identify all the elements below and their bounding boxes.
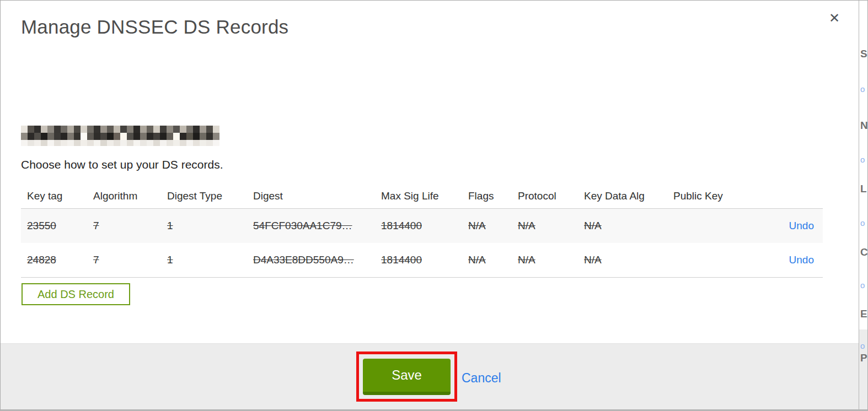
cell-algorithm: 7 [87, 254, 161, 266]
ds-records-table: Key tagAlgorithmDigest TypeDigestMax Sig… [21, 184, 823, 278]
column-header-public-key: Public Key [667, 190, 750, 202]
table-row: 2482871D4A33E8DD550A9…1814400N/AN/AN/AUn… [21, 243, 823, 277]
save-button-highlight-annotation: Save [356, 351, 457, 402]
table-row: 235507154FCF030AA1C79…1814400N/AN/AN/AUn… [21, 209, 823, 243]
redacted-domain-name [21, 126, 219, 146]
cell-protocol: N/A [512, 254, 578, 266]
column-header-key-tag: Key tag [21, 190, 87, 202]
table-body: 235507154FCF030AA1C79…1814400N/AN/AN/AUn… [21, 208, 823, 278]
cell-digest: D4A33E8DD550A9… [247, 254, 375, 266]
instruction-text: Choose how to set up your DS records. [21, 158, 223, 171]
background-text-fragment: L [860, 183, 867, 195]
redacted-pixel-row [21, 126, 219, 133]
background-text-fragment: o [860, 280, 865, 290]
cell-algorithm: 7 [87, 220, 161, 232]
column-header-digest: Digest [247, 190, 375, 202]
background-text-fragment: P [860, 352, 867, 364]
cell-key-tag: 23550 [21, 220, 87, 232]
modal-title: Manage DNSSEC DS Records [21, 16, 288, 38]
background-text-fragment: o [860, 84, 865, 94]
cell-flags: N/A [462, 254, 512, 266]
table-header-row: Key tagAlgorithmDigest TypeDigestMax Sig… [21, 184, 823, 208]
cancel-link[interactable]: Cancel [462, 371, 501, 386]
screenshot-page: Manage DNSSEC DS Records ✕ Choose how to… [0, 0, 868, 411]
modal-footer: Save Cancel [1, 343, 859, 409]
column-header-flags: Flags [462, 190, 512, 202]
cell-max-sig-life: 1814400 [375, 254, 462, 266]
background-text-fragment: o [860, 155, 865, 164]
manage-dnssec-modal: Manage DNSSEC DS Records ✕ Choose how to… [1, 1, 859, 409]
background-text-fragment: o [860, 341, 865, 350]
background-text-fragment: C [860, 246, 867, 258]
redacted-pixel-row [21, 140, 219, 146]
undo-link[interactable]: Undo [789, 220, 814, 231]
cell-digest-type: 1 [161, 220, 247, 232]
column-header-algorithm: Algorithm [87, 190, 161, 202]
column-header-digest-type: Digest Type [161, 190, 247, 202]
redacted-pixel-row [21, 133, 219, 140]
column-header-protocol: Protocol [512, 190, 578, 202]
close-icon[interactable]: ✕ [829, 12, 840, 25]
cell-max-sig-life: 1814400 [375, 220, 462, 232]
undo-link[interactable]: Undo [789, 254, 814, 266]
cell-key-data-alg: N/A [578, 254, 667, 266]
background-text-fragment: o [860, 218, 865, 228]
cell-digest-type: 1 [161, 254, 247, 266]
add-ds-record-button[interactable]: Add DS Record [22, 283, 130, 305]
background-text-fragment: N [860, 120, 867, 132]
cell-key-data-alg: N/A [578, 220, 667, 232]
background-text-fragment: S [860, 48, 867, 60]
cell-digest: 54FCF030AA1C79… [247, 220, 375, 232]
save-button[interactable]: Save [363, 359, 451, 395]
cell-flags: N/A [462, 220, 512, 232]
column-header-max-sig-life: Max Sig Life [375, 190, 462, 202]
background-text-fragment: E [860, 308, 867, 320]
cell-protocol: N/A [512, 220, 578, 232]
background-page-strip: SoNoLoCoEoP [859, 1, 867, 409]
cell-key-tag: 24828 [21, 254, 87, 266]
column-header-key-data-alg: Key Data Alg [578, 190, 667, 202]
